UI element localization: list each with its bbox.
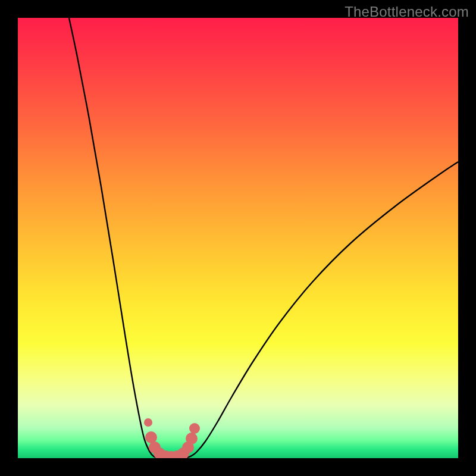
plot-area xyxy=(18,18,458,458)
valley-marker xyxy=(144,418,152,427)
curve-layer xyxy=(69,18,458,458)
valley-marker xyxy=(189,423,200,434)
chart-svg xyxy=(18,18,458,458)
watermark-text: TheBottleneck.com xyxy=(345,4,469,20)
valley-marker xyxy=(186,433,198,444)
marker-layer xyxy=(144,418,200,458)
series-left-branch xyxy=(69,18,159,458)
series-right-branch xyxy=(184,162,458,458)
valley-marker xyxy=(145,431,157,443)
